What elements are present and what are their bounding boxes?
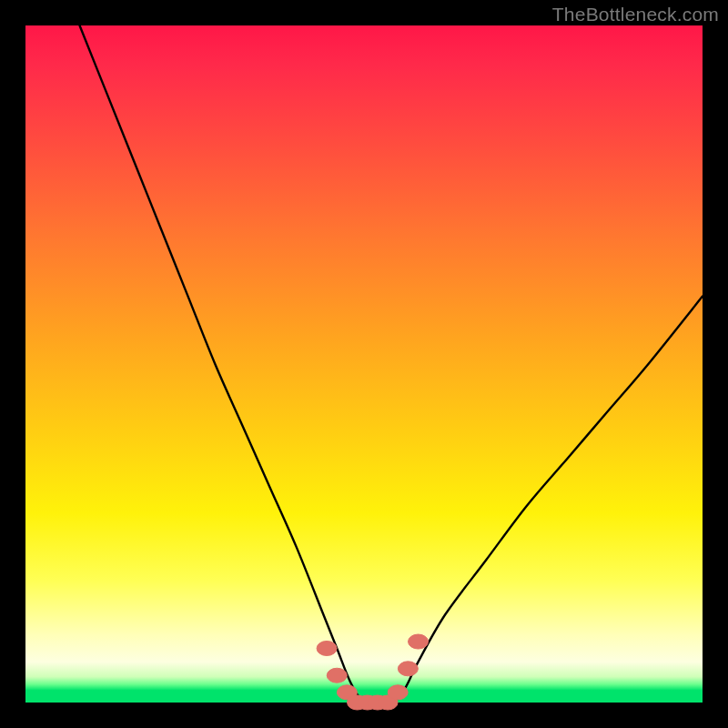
highlight-dot: [409, 634, 429, 649]
curve-layer: [25, 25, 703, 703]
highlight-dot: [327, 668, 347, 682]
highlight-dot: [398, 662, 418, 676]
highlight-dot: [317, 641, 337, 655]
chart-frame: TheBottleneck.com: [0, 0, 728, 728]
plot-area: [25, 25, 703, 703]
highlight-dots: [317, 634, 428, 710]
bottleneck-curve: [80, 25, 703, 704]
highlight-dot: [388, 685, 408, 700]
watermark-text: TheBottleneck.com: [552, 4, 719, 25]
